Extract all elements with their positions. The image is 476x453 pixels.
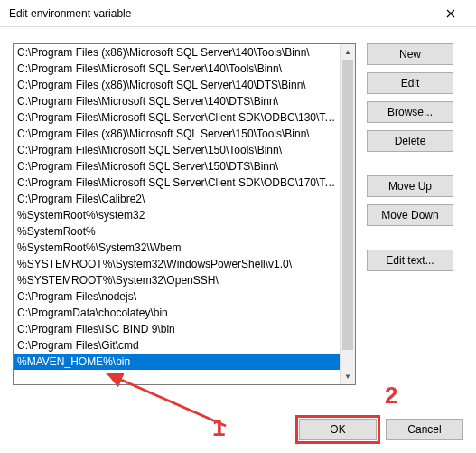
list-item[interactable]: C:\Program Files\Microsoft SQL Server\Cl… <box>14 109 340 126</box>
list-item[interactable]: C:\Program Files\Microsoft SQL Server\14… <box>14 93 340 109</box>
list-item[interactable]: C:\Program Files\Microsoft SQL Server\15… <box>14 158 340 175</box>
list-item[interactable]: C:\Program Files\Git\cmd <box>14 337 340 354</box>
list-item[interactable]: C:\Program Files\Microsoft SQL Server\15… <box>14 142 340 158</box>
list-item[interactable]: C:\Program Files\nodejs\ <box>14 288 340 305</box>
list-item[interactable]: %SYSTEMROOT%\System32\WindowsPowerShell\… <box>14 256 340 272</box>
edit-button[interactable]: Edit <box>367 72 453 94</box>
edit-text-button[interactable]: Edit text... <box>367 250 453 271</box>
list-item[interactable]: C:\Program Files\Microsoft SQL Server\Cl… <box>14 175 340 191</box>
dialog-footer: OK Cancel <box>299 419 463 440</box>
cancel-button[interactable]: Cancel <box>386 419 463 440</box>
new-button[interactable]: New <box>367 43 453 65</box>
close-button[interactable] <box>433 1 469 26</box>
scroll-track[interactable] <box>341 60 355 369</box>
move-up-button[interactable]: Move Up <box>367 175 453 197</box>
move-down-button[interactable]: Move Down <box>367 204 453 226</box>
list-item[interactable]: %SystemRoot% <box>14 223 340 240</box>
window-title: Edit environment variable <box>9 7 131 20</box>
scroll-down-icon[interactable]: ▼ <box>341 369 355 384</box>
delete-button[interactable]: Delete <box>367 130 453 152</box>
list-item[interactable]: C:\Program Files\ISC BIND 9\bin <box>14 321 340 337</box>
scroll-thumb[interactable] <box>342 60 353 350</box>
list-item[interactable]: C:\Program Files (x86)\Microsoft SQL Ser… <box>14 44 340 61</box>
list-item[interactable]: %SYSTEMROOT%\System32\OpenSSH\ <box>14 272 340 288</box>
path-listbox[interactable]: C:\Program Files (x86)\Microsoft SQL Ser… <box>13 43 356 385</box>
dialog-content: C:\Program Files (x86)\Microsoft SQL Ser… <box>0 27 476 453</box>
browse-button[interactable]: Browse... <box>367 101 453 123</box>
list-item[interactable]: %SystemRoot%\System32\Wbem <box>14 240 340 256</box>
scroll-up-icon[interactable]: ▲ <box>341 44 355 60</box>
close-icon <box>446 9 455 18</box>
ok-button[interactable]: OK <box>299 419 377 440</box>
list-item[interactable]: C:\ProgramData\chocolatey\bin <box>14 305 340 321</box>
scrollbar[interactable]: ▲ ▼ <box>340 44 355 384</box>
list-item[interactable]: C:\Program Files (x86)\Microsoft SQL Ser… <box>14 77 340 93</box>
list-item[interactable]: C:\Program Files\Microsoft SQL Server\14… <box>14 61 340 77</box>
list-item[interactable]: C:\Program Files\Calibre2\ <box>14 191 340 207</box>
titlebar: Edit environment variable <box>0 0 476 27</box>
list-item[interactable]: %MAVEN_HOME%\bin <box>14 354 340 370</box>
button-column: New Edit Browse... Delete Move Up Move D… <box>367 43 453 385</box>
list-item[interactable]: %SystemRoot%\system32 <box>14 207 340 223</box>
list-item[interactable]: C:\Program Files (x86)\Microsoft SQL Ser… <box>14 126 340 142</box>
